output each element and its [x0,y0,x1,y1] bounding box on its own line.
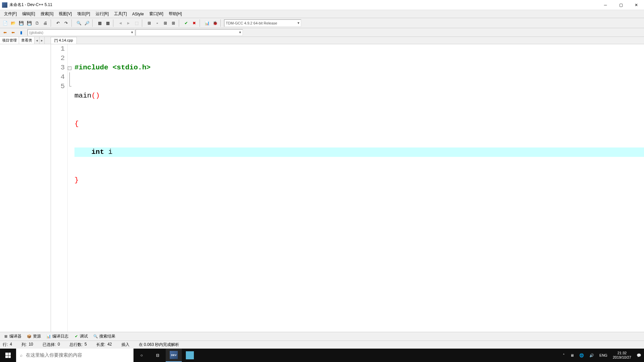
file-tabs: [*] 4.14.cpp [51,37,644,44]
search-icon: ⌕ [20,353,22,358]
tray-language[interactable]: ENG [597,349,610,362]
find-icon[interactable]: 🔍 [75,19,83,27]
taskbar-search[interactable]: ⌕ 在这里输入你要搜索的内容 [16,349,133,362]
line-number: 4 [51,72,65,82]
compiler-grid-icon: ⊞ [3,334,8,339]
line-number-gutter: 1 2 3 4 5 [51,44,68,332]
forward-icon[interactable]: ► [125,19,132,27]
code-token-header: <stdio.h> [108,64,151,71]
system-tray: ˄ 🖥 🌐 🔊 ENG 21:32 2019/10/27 💬 [560,349,644,362]
tool-icon-1[interactable]: ▦ [96,19,103,27]
menu-help[interactable]: 帮助[H] [166,10,184,18]
code-editor[interactable]: 1 2 3 4 5 − #include <stdio.h> main() { … [51,44,644,332]
window-title: 未命名1 - Dev-C++ 5.11 [9,2,598,8]
new-file-icon[interactable]: 📄 [1,19,9,27]
goto-func-icon[interactable]: ⬅ [1,29,9,36]
menu-tools[interactable]: 工具[T] [111,10,129,18]
sidebar-nav-right[interactable]: ► [40,37,45,44]
sidebar: 项目管理 查看类 ◄ ► [0,37,51,332]
close-file-icon[interactable]: 🗋 [34,19,41,27]
menu-view[interactable]: 视图[V] [56,10,74,18]
back-icon[interactable]: ◄ [117,19,124,27]
title-bar: 未命名1 - Dev-C++ 5.11 ─ ▢ ✕ [0,0,644,10]
tray-notifications-icon[interactable]: 💬 [634,349,644,362]
code-token-type-int: int [91,148,104,156]
code-content[interactable]: #include <stdio.h> main() { int i } [72,44,644,332]
task-view-icon[interactable]: ⊟ [150,349,166,362]
redo-icon[interactable]: ↷ [62,19,70,27]
menu-window[interactable]: 窗口[W] [147,10,166,18]
menu-bar: 文件[F] 编辑[E] 搜索[S] 视图[V] 项目[P] 运行[R] 工具[T… [0,10,644,18]
cortana-icon[interactable]: ○ [133,349,150,362]
run-icon[interactable]: ▫ [154,19,161,27]
file-tab-current[interactable]: [*] 4.14.cpp [51,37,77,44]
compiler-select[interactable]: TDM-GCC 4.9.2 64-bit Release [224,19,301,27]
delete-profile-icon[interactable]: 🐞 [211,19,219,27]
open-file-icon[interactable]: 📂 [9,19,17,27]
taskbar-app-devcpp[interactable]: DEV [166,349,182,362]
save-all-icon[interactable]: 💾 [25,19,33,27]
status-length: 长度:42 [96,342,112,348]
app-icon [2,2,7,8]
rebuild-icon[interactable]: ⊞ [170,19,177,27]
second-toolbar: ⬅ ⬅ ▮ (globals) [0,28,644,37]
editor-area: [*] 4.14.cpp 1 2 3 4 5 − #include <stdio… [51,37,644,332]
status-total-lines: 总行数:5 [69,342,87,348]
tray-volume-icon[interactable]: 🔊 [587,349,597,362]
tray-clock[interactable]: 21:32 2019/10/27 [610,349,634,362]
status-row: 行:4 [3,342,12,348]
windows-taskbar: ⌕ 在这里输入你要搜索的内容 ○ ⊟ DEV ˄ 🖥 🌐 🔊 ENG 21:32… [0,349,644,362]
menu-run[interactable]: 运行[R] [93,10,111,18]
bottom-tab-compile-log[interactable]: 📊编译日志 [45,333,70,340]
menu-file[interactable]: 文件[F] [1,10,19,18]
undo-icon[interactable]: ↶ [54,19,62,27]
compile-icon[interactable]: ⊞ [146,19,153,27]
sidebar-tab-project[interactable]: 项目管理 [0,37,19,44]
fold-gutter: − [68,44,72,332]
maximize-button[interactable]: ▢ [613,0,629,10]
taskbar-app-other[interactable] [182,349,198,362]
replace-icon[interactable]: 🔎 [83,19,91,27]
main-area: 项目管理 查看类 ◄ ► [*] 4.14.cpp 1 2 3 4 5 − [0,37,644,332]
bookmark-icon[interactable]: ▮ [17,29,25,36]
windows-logo-icon [5,353,11,358]
bottom-tab-search-results[interactable]: 🔍搜索结果 [92,333,117,340]
bottom-tab-resources[interactable]: 📦资源 [25,333,42,340]
tray-network-icon[interactable]: 🌐 [577,349,587,362]
scope-select[interactable]: (globals) [28,29,135,36]
save-icon[interactable]: 💾 [17,19,25,27]
menu-search[interactable]: 搜索[S] [38,10,56,18]
sidebar-nav-left[interactable]: ◄ [35,37,40,44]
minimize-button[interactable]: ─ [598,0,613,10]
code-token-main: main [74,92,91,100]
tray-display-icon[interactable]: 🖥 [568,349,577,362]
menu-edit[interactable]: 编辑[E] [19,10,38,18]
print-icon[interactable]: 🖨 [42,19,49,27]
log-icon: 📊 [46,334,51,339]
menu-project[interactable]: 项目[P] [74,10,93,18]
sidebar-content [0,44,51,332]
status-insert-mode: 插入 [121,342,129,348]
start-button[interactable] [0,349,16,362]
close-button[interactable]: ✕ [629,0,644,10]
tool-icon-2[interactable]: ▦ [104,19,111,27]
bottom-tab-compiler[interactable]: ⊞编译器 [2,333,23,340]
fold-toggle-icon[interactable]: − [68,66,71,70]
profile-icon[interactable]: 📊 [203,19,211,27]
code-token-var: i [104,148,112,156]
search-placeholder: 在这里输入你要搜索的内容 [26,352,82,358]
code-token-indent [74,148,91,156]
menu-astyle[interactable]: AStyle [129,11,147,17]
debug-icon[interactable]: ✔ [182,19,190,27]
sidebar-tab-classes[interactable]: 查看类 [19,37,35,44]
line-number: 3 [51,63,65,72]
bottom-tab-debug[interactable]: ✔调试 [72,333,89,340]
stop-icon[interactable]: ✖ [191,19,198,27]
compile-run-icon[interactable]: ⊞ [162,19,169,27]
goto-icon[interactable]: ⬚ [133,19,140,27]
code-token-paren: () [91,92,100,100]
member-select[interactable] [136,29,243,36]
new-class-icon[interactable]: ⬅ [9,29,17,36]
tray-time: 21:32 [618,351,627,355]
tray-expand-icon[interactable]: ˄ [560,349,568,362]
